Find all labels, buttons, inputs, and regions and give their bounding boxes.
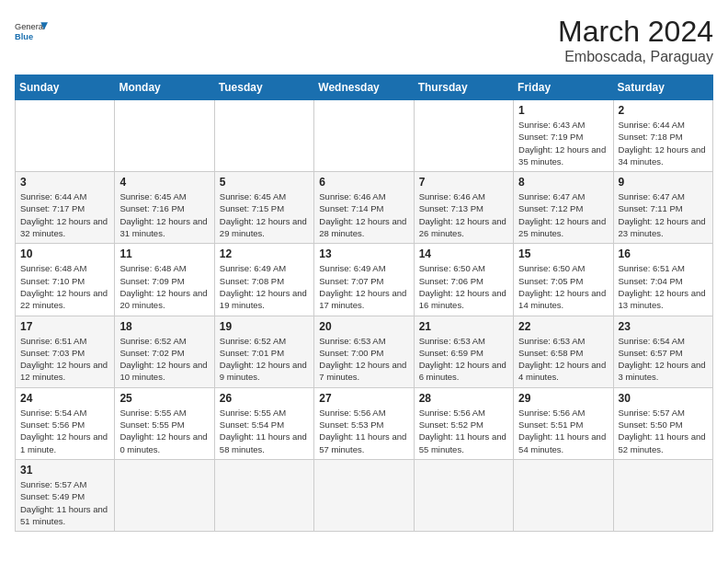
day-number: 8 (518, 176, 608, 189)
day-info: Sunrise: 6:44 AM Sunset: 7:17 PM Dayligh… (20, 190, 109, 239)
calendar-week-row: 24Sunrise: 5:54 AM Sunset: 5:56 PM Dayli… (16, 387, 713, 459)
day-info: Sunrise: 6:49 AM Sunset: 7:07 PM Dayligh… (319, 262, 408, 311)
day-number: 23 (619, 320, 708, 333)
table-row: 7Sunrise: 6:46 AM Sunset: 7:13 PM Daylig… (414, 172, 513, 244)
day-number: 12 (220, 247, 309, 260)
table-row: 26Sunrise: 5:55 AM Sunset: 5:54 PM Dayli… (214, 387, 313, 459)
day-number: 29 (518, 392, 608, 405)
day-info: Sunrise: 5:56 AM Sunset: 5:51 PM Dayligh… (518, 407, 608, 455)
day-info: Sunrise: 5:55 AM Sunset: 5:55 PM Dayligh… (119, 407, 209, 455)
table-row: 25Sunrise: 5:55 AM Sunset: 5:55 PM Dayli… (115, 387, 214, 459)
table-row: 28Sunrise: 5:56 AM Sunset: 5:52 PM Dayli… (414, 387, 513, 459)
day-number: 21 (419, 320, 508, 333)
day-info: Sunrise: 6:50 AM Sunset: 7:06 PM Dayligh… (419, 262, 508, 311)
day-info: Sunrise: 5:56 AM Sunset: 5:52 PM Dayligh… (419, 407, 508, 455)
table-row: 2Sunrise: 6:44 AM Sunset: 7:18 PM Daylig… (613, 100, 712, 172)
table-row: 29Sunrise: 5:56 AM Sunset: 5:51 PM Dayli… (514, 387, 613, 459)
day-info: Sunrise: 6:53 AM Sunset: 6:59 PM Dayligh… (419, 335, 508, 384)
day-info: Sunrise: 6:51 AM Sunset: 7:03 PM Dayligh… (20, 335, 109, 384)
day-info: Sunrise: 6:51 AM Sunset: 7:04 PM Dayligh… (619, 262, 708, 311)
day-info: Sunrise: 6:52 AM Sunset: 7:01 PM Dayligh… (220, 335, 309, 384)
table-row: 31Sunrise: 5:57 AM Sunset: 5:49 PM Dayli… (16, 459, 115, 531)
table-row (214, 100, 313, 172)
day-number: 2 (619, 104, 708, 117)
day-number: 13 (319, 247, 408, 260)
day-number: 6 (319, 176, 408, 189)
day-number: 10 (20, 247, 109, 260)
day-info: Sunrise: 6:47 AM Sunset: 7:12 PM Dayligh… (518, 190, 608, 239)
day-info: Sunrise: 6:43 AM Sunset: 7:19 PM Dayligh… (518, 119, 608, 167)
table-row: 11Sunrise: 6:48 AM Sunset: 7:09 PM Dayli… (115, 244, 214, 316)
day-info: Sunrise: 6:44 AM Sunset: 7:18 PM Dayligh… (619, 119, 708, 167)
day-info: Sunrise: 6:48 AM Sunset: 7:10 PM Dayligh… (20, 262, 109, 311)
header-wednesday: Wednesday (314, 75, 414, 100)
header-friday: Friday (514, 75, 613, 100)
page-header: GeneralBlue March 2024 Emboscada, Paragu… (15, 15, 713, 65)
day-info: Sunrise: 5:55 AM Sunset: 5:54 PM Dayligh… (220, 407, 309, 455)
table-row: 19Sunrise: 6:52 AM Sunset: 7:01 PM Dayli… (214, 316, 313, 387)
table-row (115, 100, 214, 172)
day-number: 15 (518, 247, 608, 260)
day-info: Sunrise: 5:54 AM Sunset: 5:56 PM Dayligh… (20, 407, 109, 455)
day-number: 3 (20, 176, 109, 189)
table-row (514, 459, 613, 531)
day-number: 4 (119, 176, 209, 189)
table-row (613, 459, 712, 531)
day-info: Sunrise: 5:57 AM Sunset: 5:49 PM Dayligh… (20, 478, 109, 527)
day-info: Sunrise: 6:47 AM Sunset: 7:11 PM Dayligh… (619, 190, 708, 239)
day-info: Sunrise: 6:45 AM Sunset: 7:15 PM Dayligh… (220, 190, 309, 239)
table-row: 20Sunrise: 6:53 AM Sunset: 7:00 PM Dayli… (314, 316, 414, 387)
day-number: 28 (419, 392, 508, 405)
calendar-title: March 2024 (558, 15, 713, 49)
table-row (214, 459, 313, 531)
day-number: 30 (619, 392, 708, 405)
table-row: 12Sunrise: 6:49 AM Sunset: 7:08 PM Dayli… (214, 244, 313, 316)
day-number: 25 (119, 392, 209, 405)
table-row: 13Sunrise: 6:49 AM Sunset: 7:07 PM Dayli… (314, 244, 414, 316)
table-row (115, 459, 214, 531)
table-row: 14Sunrise: 6:50 AM Sunset: 7:06 PM Dayli… (414, 244, 513, 316)
day-number: 1 (518, 104, 608, 117)
day-number: 26 (220, 392, 309, 405)
calendar-table: Sunday Monday Tuesday Wednesday Thursday… (15, 75, 713, 532)
table-row (414, 459, 513, 531)
logo: GeneralBlue (15, 15, 48, 48)
day-info: Sunrise: 6:48 AM Sunset: 7:09 PM Dayligh… (119, 262, 209, 311)
table-row: 8Sunrise: 6:47 AM Sunset: 7:12 PM Daylig… (514, 172, 613, 244)
day-number: 20 (319, 320, 408, 333)
title-block: March 2024 Emboscada, Paraguay (558, 15, 713, 65)
day-info: Sunrise: 5:57 AM Sunset: 5:50 PM Dayligh… (619, 407, 708, 455)
table-row: 9Sunrise: 6:47 AM Sunset: 7:11 PM Daylig… (613, 172, 712, 244)
day-info: Sunrise: 6:52 AM Sunset: 7:02 PM Dayligh… (119, 335, 209, 384)
table-row: 22Sunrise: 6:53 AM Sunset: 6:58 PM Dayli… (514, 316, 613, 387)
calendar-week-row: 3Sunrise: 6:44 AM Sunset: 7:17 PM Daylig… (16, 172, 713, 244)
table-row: 6Sunrise: 6:46 AM Sunset: 7:14 PM Daylig… (314, 172, 414, 244)
calendar-week-row: 1Sunrise: 6:43 AM Sunset: 7:19 PM Daylig… (16, 100, 713, 172)
table-row: 5Sunrise: 6:45 AM Sunset: 7:15 PM Daylig… (214, 172, 313, 244)
table-row: 16Sunrise: 6:51 AM Sunset: 7:04 PM Dayli… (613, 244, 712, 316)
day-number: 22 (518, 320, 608, 333)
logo-icon: GeneralBlue (15, 15, 48, 48)
day-info: Sunrise: 6:46 AM Sunset: 7:13 PM Dayligh… (419, 190, 508, 239)
calendar-subtitle: Emboscada, Paraguay (558, 49, 713, 65)
table-row: 27Sunrise: 5:56 AM Sunset: 5:53 PM Dayli… (314, 387, 414, 459)
table-row: 18Sunrise: 6:52 AM Sunset: 7:02 PM Dayli… (115, 316, 214, 387)
day-info: Sunrise: 6:54 AM Sunset: 6:57 PM Dayligh… (619, 335, 708, 384)
calendar-week-row: 17Sunrise: 6:51 AM Sunset: 7:03 PM Dayli… (16, 316, 713, 387)
table-row: 15Sunrise: 6:50 AM Sunset: 7:05 PM Dayli… (514, 244, 613, 316)
calendar-week-row: 10Sunrise: 6:48 AM Sunset: 7:10 PM Dayli… (16, 244, 713, 316)
day-number: 9 (619, 176, 708, 189)
table-row (16, 100, 115, 172)
day-number: 14 (419, 247, 508, 260)
day-number: 7 (419, 176, 508, 189)
day-number: 27 (319, 392, 408, 405)
day-number: 11 (119, 247, 209, 260)
table-row: 3Sunrise: 6:44 AM Sunset: 7:17 PM Daylig… (16, 172, 115, 244)
svg-text:Blue: Blue (15, 32, 33, 41)
day-info: Sunrise: 6:53 AM Sunset: 7:00 PM Dayligh… (319, 335, 408, 384)
day-info: Sunrise: 6:53 AM Sunset: 6:58 PM Dayligh… (518, 335, 608, 384)
header-sunday: Sunday (16, 75, 115, 100)
header-tuesday: Tuesday (214, 75, 313, 100)
header-saturday: Saturday (613, 75, 712, 100)
day-number: 18 (119, 320, 209, 333)
